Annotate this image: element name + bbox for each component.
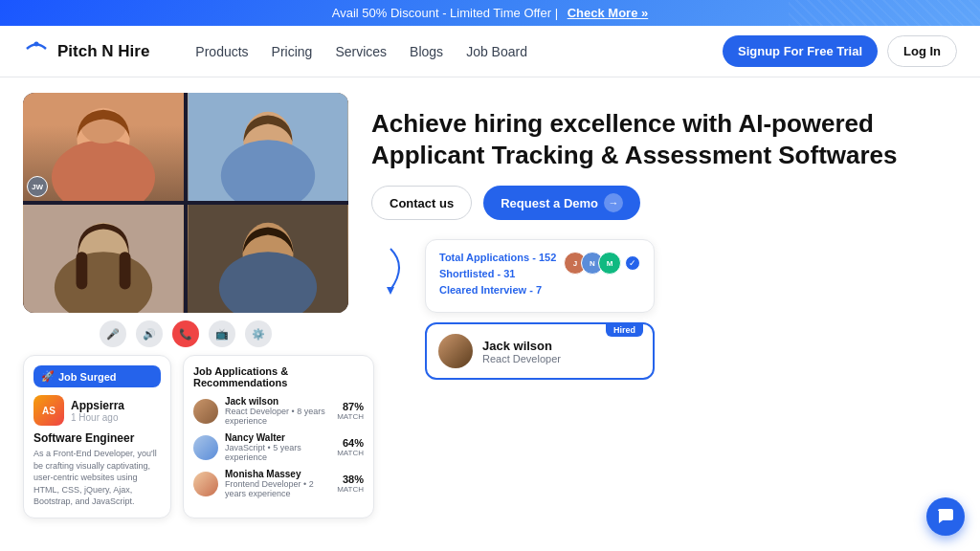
- job-desc: As a Front-End Developer, you'll be craf…: [33, 448, 161, 508]
- job-apps-title: Job Applications & Recommendations: [193, 365, 364, 388]
- job-surged-card: 🚀 Job Surged AS Appsierra 1 Hour ago Sof…: [23, 355, 171, 518]
- hired-name: Jack wilson: [482, 339, 561, 353]
- login-button[interactable]: Log In: [887, 35, 957, 67]
- nav-services[interactable]: Services: [335, 44, 387, 59]
- svg-point-0: [34, 41, 39, 46]
- applicant-row-1: Jack wilson React Developer • 8 years ex…: [193, 396, 364, 426]
- signup-button[interactable]: Signup For Free Trial: [723, 35, 878, 67]
- applicant-name-3: Monisha Massey: [225, 469, 330, 479]
- nav-buttons: Signup For Free Trial Log In: [723, 35, 957, 67]
- mute-button[interactable]: 🎤: [100, 320, 126, 347]
- applicant-role-1: React Developer • 8 years experience: [225, 407, 330, 426]
- svg-marker-15: [387, 287, 394, 295]
- chat-bubble-button[interactable]: [926, 497, 965, 536]
- video-section: JW Recording: [23, 93, 348, 537]
- stats-card: Total Applications - 152 Shortlisted - 3…: [425, 239, 655, 313]
- match-badge-1: 87% MATCH: [337, 401, 364, 421]
- curved-arrow-icon: [371, 247, 410, 295]
- banner-link[interactable]: Check More »: [568, 6, 649, 20]
- nav-products[interactable]: Products: [195, 44, 248, 59]
- applicant-info-2: Nancy Walter JavaScript • 5 years experi…: [225, 432, 330, 462]
- company-time: 1 Hour ago: [71, 412, 124, 423]
- arrow-icon: →: [604, 193, 623, 212]
- banner-text: Avail 50% Discount - Limited Time Offer …: [332, 6, 558, 20]
- hired-card: Hired Jack wilson React Developer: [425, 322, 655, 380]
- video-cell-3: [23, 205, 184, 313]
- hired-role: React Developer: [482, 353, 561, 364]
- navbar: Pitch N Hire Products Pricing Services B…: [0, 26, 980, 77]
- svg-rect-10: [77, 252, 88, 289]
- video-cell-1: JW: [23, 93, 184, 201]
- nav-links: Products Pricing Services Blogs Job Boar…: [195, 44, 692, 59]
- applicant-name-1: Jack wilson: [225, 396, 330, 407]
- stats-row: Total Applications - 152 Shortlisted - 3…: [439, 252, 640, 300]
- applicant-role-2: JavaScript • 5 years experience: [225, 443, 330, 462]
- applicant-role-3: Frontend Developer • 2 years experience: [225, 479, 330, 498]
- check-icon: ✓: [625, 255, 640, 271]
- promo-banner: Avail 50% Discount - Limited Time Offer …: [0, 0, 980, 26]
- logo: Pitch N Hire: [23, 38, 149, 65]
- applicant-avatar-2: [193, 435, 218, 460]
- job-apps-card: Job Applications & Recommendations Jack …: [183, 355, 374, 518]
- main-content: JW Recording: [0, 77, 980, 551]
- contact-button[interactable]: Contact us: [371, 186, 472, 220]
- logo-icon: [23, 38, 50, 65]
- nav-blogs[interactable]: Blogs: [410, 44, 443, 59]
- nav-pricing[interactable]: Pricing: [272, 44, 313, 59]
- applicant-row-3: Monisha Massey Frontend Developer • 2 ye…: [193, 469, 364, 498]
- company-name: Appsierra: [71, 399, 124, 412]
- shortlisted-stat: Shortlisted - 31: [439, 268, 564, 279]
- total-stat: Total Applications - 152: [439, 252, 564, 263]
- applicant-info-3: Monisha Massey Frontend Developer • 2 ye…: [225, 469, 330, 498]
- video-cell-4: [188, 205, 348, 313]
- svg-point-2: [52, 140, 155, 201]
- hero-buttons: Contact us Request a Demo →: [371, 186, 957, 220]
- rocket-icon: 🚀: [41, 370, 55, 383]
- applicant-avatar-3: [193, 472, 218, 496]
- hero-section: Achieve hiring excellence with AI-powere…: [371, 100, 957, 537]
- bottom-cards: 🚀 Job Surged AS Appsierra 1 Hour ago Sof…: [23, 355, 348, 518]
- hired-avatar: [438, 334, 473, 368]
- applicant-row-2: Nancy Walter JavaScript • 5 years experi…: [193, 432, 364, 462]
- video-controls: 🎤 🔊 📞 📺 ⚙️: [23, 320, 348, 347]
- settings-button[interactable]: ⚙️: [245, 320, 272, 347]
- svg-rect-11: [120, 252, 131, 289]
- applicant-info-1: Jack wilson React Developer • 8 years ex…: [225, 396, 330, 426]
- logo-text: Pitch N Hire: [57, 42, 149, 61]
- job-title: Software Engineer: [33, 431, 161, 445]
- nav-jobboard[interactable]: Job Board: [466, 44, 527, 59]
- hired-badge: Hired: [606, 323, 643, 337]
- match-badge-3: 38% MATCH: [337, 474, 364, 494]
- company-row: AS Appsierra 1 Hour ago: [33, 395, 161, 426]
- match-badge-2: 64% MATCH: [337, 437, 364, 457]
- cleared-stat: Cleared Interview - 7: [439, 284, 564, 296]
- demo-button[interactable]: Request a Demo →: [483, 186, 640, 220]
- screen-button[interactable]: 📺: [209, 320, 235, 347]
- video-grid: JW Recording: [23, 93, 348, 313]
- volume-button[interactable]: 🔊: [136, 320, 163, 347]
- applicant-avatar-1: [193, 399, 218, 424]
- video-cell-2: Recording: [188, 93, 348, 201]
- company-avatar: AS: [33, 395, 64, 426]
- avatar-stack: J N M ✓: [564, 252, 640, 275]
- stats-items: Total Applications - 152 Shortlisted - 3…: [439, 252, 564, 300]
- end-call-button[interactable]: 📞: [172, 320, 199, 347]
- hired-info: Jack wilson React Developer: [482, 339, 561, 364]
- stack-avatar-3: M: [598, 252, 621, 275]
- job-surged-header: 🚀 Job Surged: [33, 365, 161, 387]
- hero-title: Achieve hiring excellence with AI-powere…: [371, 108, 957, 170]
- applicant-name-2: Nancy Walter: [225, 432, 330, 443]
